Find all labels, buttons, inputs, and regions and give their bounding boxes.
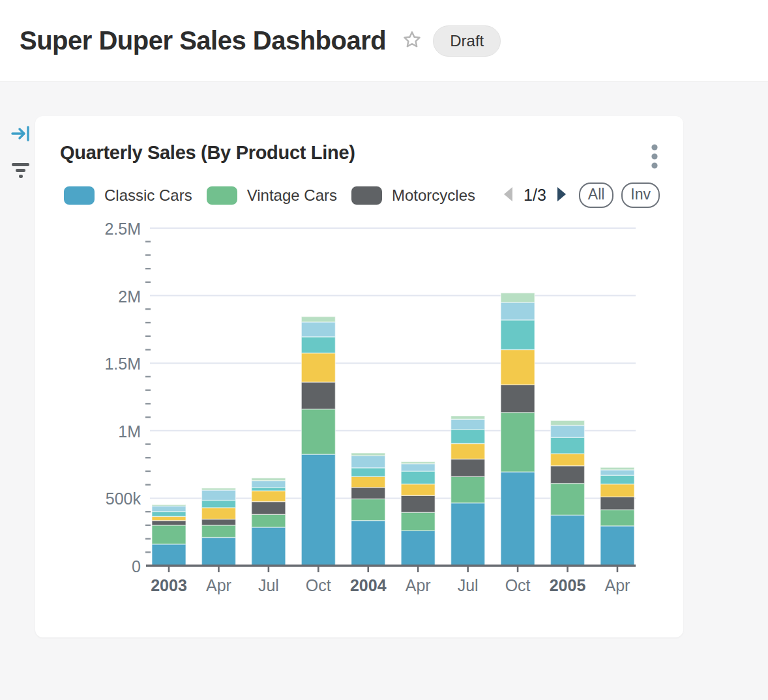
x-axis-label: 2003 xyxy=(151,576,187,594)
bar-segment[interactable] xyxy=(551,420,585,425)
bar-segment[interactable] xyxy=(451,430,485,444)
bar-segment[interactable] xyxy=(600,484,634,497)
bar-segment[interactable] xyxy=(301,353,335,383)
bar-segment[interactable] xyxy=(401,531,435,566)
bar-segment[interactable] xyxy=(551,454,585,466)
bar-segment[interactable] xyxy=(401,484,435,496)
bar-segment[interactable] xyxy=(600,470,634,475)
bar-segment[interactable] xyxy=(201,490,235,501)
bar-segment[interactable] xyxy=(201,525,235,538)
bar-segment[interactable] xyxy=(551,484,585,516)
bar-segment[interactable] xyxy=(501,349,535,385)
bar-segment[interactable] xyxy=(451,476,485,503)
bar-segment[interactable] xyxy=(201,501,235,508)
bar-segment[interactable] xyxy=(152,504,186,506)
bar-segment[interactable] xyxy=(351,468,385,476)
bar-segment[interactable] xyxy=(501,302,535,320)
bar-segment[interactable] xyxy=(252,480,286,487)
triangle-right-icon xyxy=(555,186,569,205)
x-axis-label: Jul xyxy=(258,576,279,594)
select-all-button[interactable]: All xyxy=(579,182,614,208)
bar-segment[interactable] xyxy=(501,385,535,412)
y-axis-label: 2M xyxy=(118,287,141,306)
bar-segment[interactable] xyxy=(401,461,435,463)
legend-label: Classic Cars xyxy=(104,186,192,205)
invert-selection-button[interactable]: Inv xyxy=(621,182,660,208)
legend-item-vintage-cars[interactable]: Vintage Cars xyxy=(207,186,337,205)
bar-segment[interactable] xyxy=(451,419,485,430)
app-header: Super Duper Sales Dashboard Draft xyxy=(0,0,768,82)
bar-segment[interactable] xyxy=(401,471,435,484)
bar-segment[interactable] xyxy=(451,503,485,566)
bar-segment[interactable] xyxy=(201,508,235,519)
collapse-panel-button[interactable] xyxy=(9,123,33,146)
legend-item-motorcycles[interactable]: Motorcycles xyxy=(351,186,475,205)
x-axis-label: Oct xyxy=(306,576,331,594)
bar-segment[interactable] xyxy=(252,514,286,527)
bar-segment[interactable] xyxy=(152,525,186,544)
x-axis-label: Apr xyxy=(605,576,630,594)
bar-segment[interactable] xyxy=(401,495,435,512)
bar-segment[interactable] xyxy=(152,506,186,511)
bar-segment[interactable] xyxy=(201,519,235,525)
bar-segment[interactable] xyxy=(301,409,335,454)
bar-segment[interactable] xyxy=(501,413,535,472)
y-axis-label: 1M xyxy=(118,422,141,441)
bar-segment[interactable] xyxy=(351,521,385,566)
bar-segment[interactable] xyxy=(451,443,485,459)
stacked-bar-chart: 0500k1M1.5M2M2.5M2003AprJulOct2004AprJul… xyxy=(35,215,683,619)
y-axis-label: 0 xyxy=(132,557,141,576)
bar-segment[interactable] xyxy=(401,464,435,471)
bar-segment[interactable] xyxy=(252,491,286,502)
bar-segment[interactable] xyxy=(351,499,385,520)
bar-segment[interactable] xyxy=(301,317,335,322)
legend-row: Classic Cars Vintage Cars Motorcycles 1/… xyxy=(64,182,664,208)
bar-segment[interactable] xyxy=(551,437,585,454)
bar-segment[interactable] xyxy=(351,456,385,468)
bar-segment[interactable] xyxy=(351,488,385,499)
bar-segment[interactable] xyxy=(600,475,634,484)
bar-segment[interactable] xyxy=(152,544,186,566)
bar-segment[interactable] xyxy=(201,488,235,490)
bar-segment[interactable] xyxy=(551,515,585,566)
bar-segment[interactable] xyxy=(600,497,634,510)
bar-segment[interactable] xyxy=(152,521,186,525)
x-axis-label: Oct xyxy=(505,576,531,594)
chart-card: Quarterly Sales (By Product Line) Classi… xyxy=(35,116,683,637)
x-axis-label: Jul xyxy=(458,576,479,594)
bar-segment[interactable] xyxy=(501,472,535,566)
bar-segment[interactable] xyxy=(600,526,634,566)
card-menu-button[interactable] xyxy=(647,139,662,175)
filter-icon xyxy=(10,171,31,181)
bar-segment[interactable] xyxy=(152,512,186,517)
bar-segment[interactable] xyxy=(252,488,286,491)
legend-pager: 1/3 xyxy=(499,183,571,207)
bar-segment[interactable] xyxy=(301,454,335,566)
bar-segment[interactable] xyxy=(401,512,435,531)
bar-segment[interactable] xyxy=(351,453,385,456)
bar-segment[interactable] xyxy=(301,337,335,353)
bar-segment[interactable] xyxy=(301,382,335,409)
favorite-star-button[interactable] xyxy=(402,29,422,52)
bar-segment[interactable] xyxy=(501,293,535,302)
bar-segment[interactable] xyxy=(351,476,385,488)
bar-segment[interactable] xyxy=(551,466,585,484)
bar-segment[interactable] xyxy=(451,416,485,419)
bar-segment[interactable] xyxy=(252,502,286,515)
y-axis-label: 500k xyxy=(106,489,141,508)
legend-next-button[interactable] xyxy=(553,183,571,207)
bar-segment[interactable] xyxy=(551,426,585,438)
bar-segment[interactable] xyxy=(201,537,235,566)
bar-segment[interactable] xyxy=(600,467,634,470)
bar-segment[interactable] xyxy=(301,322,335,337)
filter-button[interactable] xyxy=(9,159,33,182)
bar-segment[interactable] xyxy=(451,459,485,476)
y-axis-label: 2.5M xyxy=(104,220,141,238)
bar-segment[interactable] xyxy=(252,527,286,566)
bar-segment[interactable] xyxy=(501,320,535,350)
legend-prev-button[interactable] xyxy=(499,183,517,207)
bar-segment[interactable] xyxy=(252,478,286,480)
bar-segment[interactable] xyxy=(600,510,634,526)
legend-item-classic-cars[interactable]: Classic Cars xyxy=(64,186,192,205)
bar-segment[interactable] xyxy=(152,516,186,520)
